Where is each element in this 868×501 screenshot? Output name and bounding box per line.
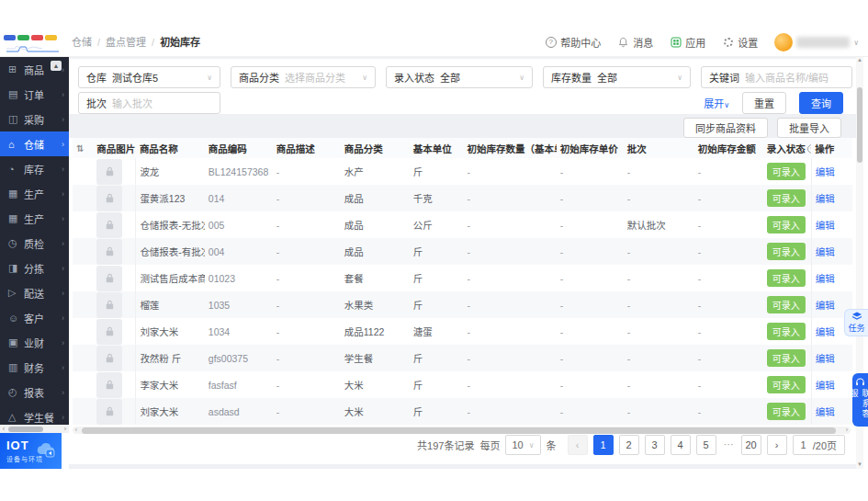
expand-filters-link[interactable]: 展开∨ xyxy=(704,96,729,110)
sidebar-item-purchase[interactable]: ◫采购› xyxy=(0,107,69,131)
edit-link[interactable]: 编辑 xyxy=(816,193,835,204)
table-horizontal-scrollbar[interactable]: ‹ › xyxy=(73,427,851,434)
page-size-select[interactable]: 10 ∨ xyxy=(505,435,540,455)
logo-bar-red xyxy=(31,35,43,40)
scroll-up-icon[interactable]: ▲ xyxy=(856,57,863,64)
avatar xyxy=(774,33,793,51)
sidebar-scrollbar-thumb[interactable] xyxy=(8,427,43,432)
sidebar-scroll-up-arrow[interactable]: ▲ xyxy=(51,61,62,71)
settings-button[interactable]: 设置 xyxy=(722,35,758,50)
page-button-4[interactable]: 4 xyxy=(671,435,691,455)
next-page-button[interactable]: › xyxy=(767,435,787,455)
purchase-icon: ◫ xyxy=(8,113,20,125)
batch-input[interactable]: 批次 输入批次 xyxy=(78,92,220,114)
messages-button[interactable]: 消息 xyxy=(617,35,653,50)
sidebar-item-report[interactable]: ◴报表› xyxy=(0,380,69,404)
sidebar-item-quality[interactable]: ◷质检› xyxy=(0,231,69,256)
sidebar-item-student-meal[interactable]: △学生餐› xyxy=(0,404,69,425)
sidebar-item-production[interactable]: ▦生产› xyxy=(0,181,69,206)
sidebar-item-production2[interactable]: ▦生产› xyxy=(0,206,69,231)
batch: - xyxy=(624,158,694,185)
sidebar-item-customer[interactable]: ☺客户› xyxy=(0,305,69,330)
status-badge: 可录入 xyxy=(767,243,806,260)
edit-link[interactable]: 编辑 xyxy=(816,220,835,231)
breadcrumb-warehouse[interactable]: 仓储 xyxy=(72,37,92,48)
breadcrumb-stocktake[interactable]: 盘点管理 xyxy=(106,37,146,48)
production2-icon: ▦ xyxy=(8,212,20,224)
product-image-placeholder xyxy=(96,319,122,345)
edit-link[interactable]: 编辑 xyxy=(816,380,835,391)
scroll-left-icon[interactable]: ‹ xyxy=(0,425,7,433)
lock-icon xyxy=(104,219,116,231)
base-unit: 斤 xyxy=(410,265,464,291)
sidebar-item-sorting[interactable]: ◨分拣› xyxy=(0,256,69,280)
sidebar-item-finance[interactable]: ▥财务› xyxy=(0,355,69,380)
customer-service-tab[interactable]: 联系客服 xyxy=(852,373,868,427)
sidebar-item-delivery[interactable]: ▷配送› xyxy=(0,280,69,305)
page-button-20[interactable]: 20 xyxy=(741,435,761,455)
page-button-3[interactable]: 3 xyxy=(645,435,665,455)
sidebar-item-warehouse[interactable]: ⌂仓储› xyxy=(0,131,69,156)
product-desc: - xyxy=(273,265,341,291)
initial-qty: - xyxy=(463,265,556,291)
warehouse-select[interactable]: 仓库 测试仓库5 ∨ xyxy=(78,66,220,88)
apps-button[interactable]: 应用 xyxy=(670,35,705,50)
sidebar-horizontal-scrollbar[interactable]: ‹ › xyxy=(0,425,69,433)
entry-status-select[interactable]: 录入状态 全部 ∨ xyxy=(386,66,533,88)
scroll-right-icon[interactable]: › xyxy=(62,425,69,433)
student-meal-icon: △ xyxy=(8,411,20,423)
sync-goods-button[interactable]: 同步商品资料 xyxy=(683,118,768,138)
scroll-right-icon[interactable]: › xyxy=(843,427,851,434)
edit-link[interactable]: 编辑 xyxy=(816,353,835,364)
page-jump-box[interactable]: 1 /20页 xyxy=(793,435,845,455)
batch: - xyxy=(624,345,694,371)
sidebar-item-inventory[interactable]: ◔库存› xyxy=(0,156,69,181)
table-row: 刘家大米asdasd-大米斤----可录入编辑 xyxy=(73,398,852,425)
edit-link[interactable]: 编辑 xyxy=(816,246,835,257)
edit-link[interactable]: 编辑 xyxy=(816,300,835,311)
table-row: 李家大米fasfasf-大米斤----可录入编辑 xyxy=(73,371,852,398)
initial-amount: - xyxy=(694,158,763,185)
reset-button[interactable]: 重置 xyxy=(742,92,786,114)
product-image-placeholder xyxy=(96,399,122,425)
initial-price: - xyxy=(557,185,624,211)
product-name: 蛋黄派123 xyxy=(136,185,205,211)
batch: - xyxy=(624,398,694,425)
table-row: 孜然粉 斤gfs00375-学生餐斤----可录入编辑 xyxy=(73,345,852,371)
scroll-down-icon[interactable]: ▼ xyxy=(856,461,863,469)
edit-link[interactable]: 编辑 xyxy=(816,166,835,177)
batch-import-button[interactable]: 批量导入 xyxy=(777,118,841,138)
lock-icon xyxy=(104,352,116,364)
sidebar-item-order[interactable]: ▤订单› xyxy=(0,82,69,107)
iot-logo-block[interactable]: IOT 设备与环境 xyxy=(0,433,62,469)
edit-link[interactable]: 编辑 xyxy=(816,326,835,337)
prev-page-button[interactable]: ‹ xyxy=(568,435,588,455)
stock-qty-select[interactable]: 库存数量 全部 ∨ xyxy=(543,66,691,88)
page-button-1[interactable]: 1 xyxy=(593,435,614,455)
page-button-2[interactable]: 2 xyxy=(619,435,639,455)
sidebar-item-business-finance[interactable]: ▣业财› xyxy=(0,330,69,355)
search-button[interactable]: 查询 xyxy=(799,92,843,114)
edit-link[interactable]: 编辑 xyxy=(816,406,835,417)
user-menu[interactable]: ∨ xyxy=(774,33,859,51)
column-settings-icon[interactable]: ⇅ xyxy=(76,143,84,154)
table-row: 仓储报表-有批次004-成品斤----可录入编辑 xyxy=(73,238,852,265)
product-code: 1034 xyxy=(205,318,273,345)
keyword-input[interactable]: 关键词 输入商品名称/编码 xyxy=(701,66,852,88)
initial-amount: - xyxy=(694,211,763,238)
help-center-button[interactable]: ? 帮助中心 xyxy=(545,35,601,50)
base-unit: 斤 xyxy=(410,238,464,265)
base-unit: 斤 xyxy=(410,291,464,318)
bell-icon xyxy=(617,37,629,49)
status-badge: 可录入 xyxy=(767,216,806,233)
scroll-left-icon[interactable]: ‹ xyxy=(73,427,80,434)
category-select[interactable]: 商品分类 选择商品分类 ∨ xyxy=(231,66,376,88)
lock-icon xyxy=(104,299,116,311)
info-icon[interactable]: ? xyxy=(807,144,812,154)
main-scrollbar-thumb[interactable] xyxy=(857,87,862,163)
edit-link[interactable]: 编辑 xyxy=(816,273,835,284)
task-floating-tab[interactable]: 任务 xyxy=(844,309,868,336)
page-button-5[interactable]: 5 xyxy=(696,435,716,455)
table-scrollbar-thumb[interactable] xyxy=(82,427,836,434)
batch: - xyxy=(624,238,694,265)
